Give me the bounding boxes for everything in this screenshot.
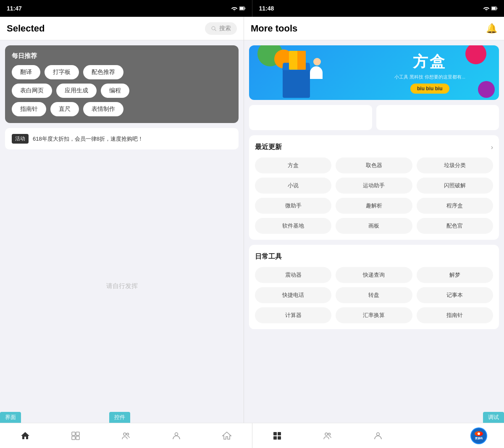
- tab-debug[interactable]: 调试: [483, 412, 504, 423]
- svg-rect-5: [492, 7, 496, 10]
- tool-analysis[interactable]: 趣解析: [336, 198, 412, 214]
- daily-tools-section: 日常工具 震动器 快递查询 解梦 快捷电话 转盘 记事本 计算器: [249, 245, 499, 329]
- left-status-bar: 11:47: [0, 0, 252, 17]
- right-time: 11:48: [259, 5, 274, 12]
- tag-app-gen[interactable]: 应用生成: [56, 84, 97, 98]
- tag-keyboard[interactable]: 打字板: [45, 65, 79, 79]
- tool-fanghe[interactable]: 方盒: [255, 157, 331, 173]
- svg-rect-16: [278, 432, 281, 435]
- tool-garbage[interactable]: 垃圾分类: [417, 157, 493, 173]
- tag-row-1: 翻译 打字板 配色推荐: [12, 65, 232, 79]
- tool-vibrator[interactable]: 震动器: [255, 267, 331, 283]
- tab-interface[interactable]: 界面: [0, 412, 21, 423]
- daily-row-2: 快捷电话 转盘 记事本: [255, 287, 493, 303]
- bell-icon[interactable]: 🔔: [486, 23, 497, 34]
- tool-dream[interactable]: 解梦: [417, 267, 493, 283]
- svg-rect-10: [72, 436, 75, 440]
- tool-canvas[interactable]: 画板: [336, 218, 412, 234]
- home2-icon: [222, 431, 232, 441]
- tool-color-picker[interactable]: 取色器: [336, 157, 412, 173]
- tab-widget[interactable]: 控件: [109, 412, 130, 423]
- battery-icon: [239, 6, 245, 11]
- tag-translate[interactable]: 翻译: [12, 65, 40, 79]
- nav-community-right[interactable]: [302, 423, 353, 448]
- right-status-bar: 11:48: [252, 0, 504, 17]
- left-nav: [0, 423, 252, 448]
- svg-rect-2: [240, 7, 244, 10]
- nav-profile-left[interactable]: [151, 423, 202, 448]
- tool-notebook[interactable]: 记事本: [417, 287, 493, 303]
- cube-side: [283, 68, 310, 98]
- svg-point-14: [175, 432, 178, 435]
- nav-home-left[interactable]: [0, 423, 50, 448]
- book-yellow: [289, 51, 306, 70]
- daily-tools-header: 日常工具: [255, 251, 493, 263]
- tool-assistant[interactable]: 微助手: [255, 198, 331, 214]
- recent-chevron[interactable]: ›: [491, 144, 493, 151]
- activity-badge: 活动: [12, 134, 29, 144]
- tag-coding[interactable]: 编程: [101, 84, 129, 98]
- tag-emoji[interactable]: 表情制作: [83, 102, 123, 116]
- svg-point-21: [377, 432, 380, 435]
- tool-novel[interactable]: 小说: [255, 178, 331, 194]
- banner-subtitle: 小工具 黑科技 你想要的这里都有...: [394, 74, 465, 80]
- svg-rect-1: [244, 8, 245, 9]
- nav-home2-left[interactable]: [202, 423, 252, 448]
- tool-software-base[interactable]: 软件基地: [255, 218, 331, 234]
- banner-figure-area: [274, 50, 341, 100]
- svg-rect-9: [76, 432, 79, 435]
- tag-confession[interactable]: 表白网页: [12, 84, 52, 98]
- svg-point-13: [126, 433, 129, 435]
- nav-grid-left[interactable]: [50, 423, 101, 448]
- search-bar[interactable]: 搜索: [205, 22, 237, 35]
- recent-updates-section: 最近更新 › 方盒 取色器 垃圾分类 小说 运动助手 闪照破解 微: [249, 135, 499, 240]
- tool-calculator[interactable]: 计算器: [255, 307, 331, 323]
- community-icon: [121, 431, 131, 441]
- tag-compass[interactable]: 指南针: [12, 102, 46, 116]
- tag-grid: 翻译 打字板 配色推荐 表白网页 应用生成 编程 指南针 直尺 表情制作: [12, 65, 232, 116]
- tag-row-2: 表白网页 应用生成 编程: [12, 84, 232, 98]
- tool-quick-phone[interactable]: 快捷电话: [255, 287, 331, 303]
- svg-rect-4: [497, 8, 498, 9]
- tool-color-official[interactable]: 配色官: [417, 218, 493, 234]
- nav-logo[interactable]: 爱源码: [454, 423, 504, 448]
- daily-tool-grid: 震动器 快递查询 解梦 快捷电话 转盘 记事本 计算器 汇率换算 指南针: [255, 267, 493, 323]
- tag-color-rec[interactable]: 配色推荐: [83, 65, 123, 79]
- wifi-icon-right: [483, 6, 490, 11]
- banner-deco-purple: [478, 81, 495, 98]
- tool-express[interactable]: 快递查询: [336, 267, 412, 283]
- recent-row-2: 小说 运动助手 闪照破解: [255, 178, 493, 194]
- right-header: More tools 🔔: [244, 17, 504, 40]
- banner-button[interactable]: biu biu biu: [410, 84, 449, 94]
- tag-ruler[interactable]: 直尺: [50, 102, 79, 116]
- right-title: More tools: [251, 23, 297, 34]
- activity-banner: 活动 618年度大折扣，会员一律8折，速度抢购吧！: [5, 128, 239, 149]
- tool-currency[interactable]: 汇率换算: [336, 307, 412, 323]
- svg-rect-8: [72, 432, 75, 435]
- logo-eye: [478, 432, 480, 435]
- svg-rect-18: [278, 436, 281, 440]
- recent-title: 最近更新: [255, 143, 282, 152]
- nav-profile-right[interactable]: [353, 423, 403, 448]
- tool-sports[interactable]: 运动助手: [336, 178, 412, 194]
- svg-line-7: [215, 29, 216, 31]
- left-status-icons: [231, 6, 245, 11]
- logo-face: [475, 431, 483, 436]
- svg-point-19: [325, 433, 328, 435]
- tool-compass-daily[interactable]: 指南针: [417, 307, 493, 323]
- left-content: 每日推荐 翻译 打字板 配色推荐 表白网页 应用生成 编程 指南针 直尺: [0, 40, 244, 423]
- tool-appbox[interactable]: 程序盒: [417, 198, 493, 214]
- daily-card-title: 每日推荐: [12, 52, 232, 60]
- banner-title: 方盒: [394, 52, 465, 72]
- right-content: 方盒 小工具 黑科技 你想要的这里都有... biu biu biu 最近更新 …: [244, 40, 504, 423]
- nav-community-left[interactable]: [101, 423, 151, 448]
- search-icon: [211, 26, 217, 31]
- person-body: [310, 66, 323, 79]
- tool-wheel[interactable]: 转盘: [336, 287, 412, 303]
- nav-grid-right[interactable]: [252, 423, 303, 448]
- tool-flash[interactable]: 闪照破解: [417, 178, 493, 194]
- right-panel: More tools 🔔: [244, 17, 504, 423]
- status-bars: 11:47 11:48: [0, 0, 504, 17]
- banner-ad[interactable]: 方盒 小工具 黑科技 你想要的这里都有... biu biu biu: [249, 45, 499, 100]
- recent-row-1: 方盒 取色器 垃圾分类: [255, 157, 493, 173]
